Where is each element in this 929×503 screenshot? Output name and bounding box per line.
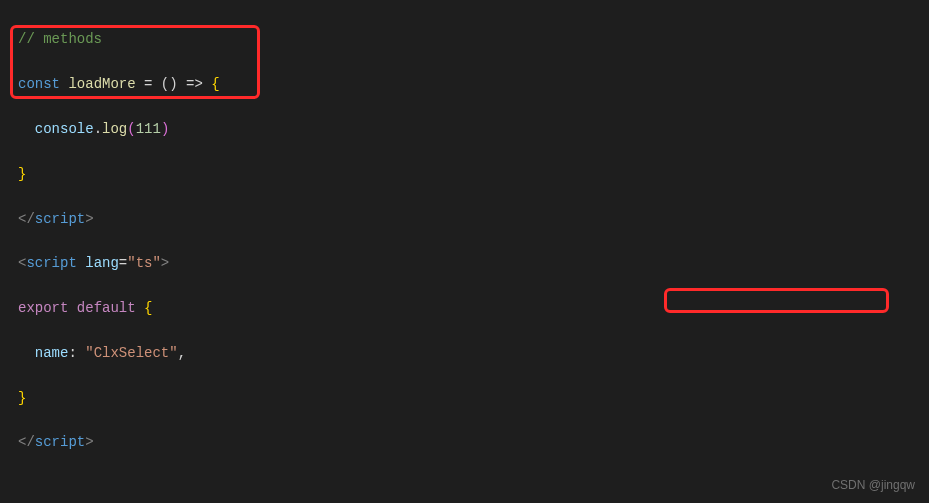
- code-line: <script lang="ts">: [18, 252, 911, 274]
- keyword-const: const: [18, 76, 60, 92]
- tag-bracket: >: [161, 255, 169, 271]
- indent: [18, 121, 35, 137]
- code-block: // methods const loadMore = () => { cons…: [0, 6, 929, 503]
- code-line: </script>: [18, 431, 911, 453]
- console-obj: console: [35, 121, 94, 137]
- code-line: }: [18, 163, 911, 185]
- brace: {: [144, 300, 152, 316]
- keyword-export: export: [18, 300, 68, 316]
- code-line: name: "ClxSelect",: [18, 342, 911, 364]
- code-line: console.log(111): [18, 118, 911, 140]
- comment: // methods: [18, 31, 102, 47]
- string-val: "ts": [127, 255, 161, 271]
- code-line: // methods: [18, 28, 911, 50]
- tag-bracket: </: [18, 434, 35, 450]
- equals: =: [119, 255, 127, 271]
- paren: ): [161, 121, 169, 137]
- tag-script: script: [26, 255, 76, 271]
- tag-script: script: [35, 434, 85, 450]
- colon: :: [68, 345, 76, 361]
- dot: .: [94, 121, 102, 137]
- log-fn: log: [102, 121, 127, 137]
- tag-bracket: >: [85, 434, 93, 450]
- string-val: "ClxSelect": [85, 345, 177, 361]
- brace: }: [18, 390, 26, 406]
- code-line: </script>: [18, 208, 911, 230]
- fn-name: loadMore: [68, 76, 135, 92]
- tag-bracket: >: [85, 211, 93, 227]
- arrow: = () =>: [136, 76, 212, 92]
- code-line: }: [18, 387, 911, 409]
- code-line: const loadMore = () => {: [18, 73, 911, 95]
- paren: (: [127, 121, 135, 137]
- code-line: export default {: [18, 297, 911, 319]
- prop-name: name: [35, 345, 69, 361]
- attr-lang: lang: [85, 255, 119, 271]
- brace: }: [18, 166, 26, 182]
- tag-script: script: [35, 211, 85, 227]
- tag-bracket: </: [18, 211, 35, 227]
- watermark: CSDN @jingqw: [831, 476, 915, 495]
- comma: ,: [178, 345, 186, 361]
- keyword-default: default: [77, 300, 136, 316]
- number-literal: 111: [136, 121, 161, 137]
- brace: {: [211, 76, 219, 92]
- blank-line: [18, 476, 911, 498]
